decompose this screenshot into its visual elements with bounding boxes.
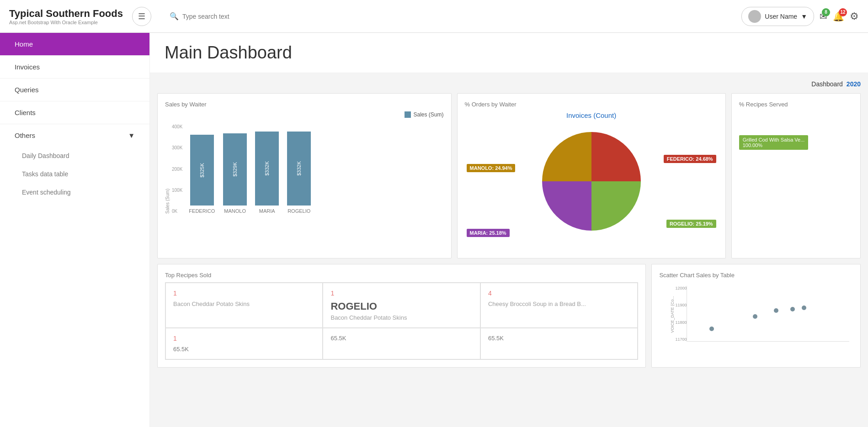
- sidebar: Home Invoices Queries Clients Others ▼ D…: [0, 33, 150, 427]
- recipe-cell-3: 4 Cheesy Broccoli Soup in a Bread B...: [480, 283, 638, 328]
- scatter-y-label-wrap: VOICE_DATE (Co...: [663, 287, 682, 342]
- main-header: Main Dashboard: [150, 33, 868, 73]
- brand-subtitle: Asp.net Bootstrap With Oracle Example: [9, 20, 123, 25]
- scatter-chart-card: Scatter Chart Sales by Table 12000 11900…: [651, 264, 861, 368]
- menu-button[interactable]: ☰: [132, 7, 151, 26]
- pie-chart-container: MANOLO: 24.94% FEDERICO: 24.68% MARIA: 2…: [465, 123, 718, 251]
- y-axis: 400K 300K 200K 100K 0K: [172, 122, 182, 214]
- top-recipes-grid: 1 Bacon Cheddar Potato Skins 1 ROGELIO B…: [165, 282, 638, 360]
- scatter-grid: [687, 286, 849, 342]
- pie-label-rogelio: ROGELIO: 25.19%: [666, 220, 716, 228]
- sidebar-item-invoices[interactable]: Invoices: [0, 56, 149, 79]
- gear-icon: ⚙: [850, 11, 859, 22]
- dashboard-content: Dashboard 2020 Sales by Waiter Sales (Su…: [150, 73, 868, 375]
- recipe-cell-1: 1 Bacon Cheddar Potato Skins: [165, 283, 323, 328]
- top-recipes-card: Top Recipes Sold 1 Bacon Cheddar Potato …: [157, 264, 646, 368]
- bar-maria: $332K MARIA: [255, 132, 279, 214]
- breadcrumb: Dashboard 2020: [157, 80, 861, 88]
- scatter-dot: [753, 314, 757, 319]
- pie-chart-title: Invoices (Count): [465, 111, 718, 119]
- recipes-served-title: % Recipes Served: [739, 101, 853, 108]
- user-menu-button[interactable]: User Name ▼: [741, 7, 814, 26]
- sales-legend: Sales (Sum): [405, 111, 444, 118]
- bars-group: $325K FEDERICO $329K MANOLO: [185, 122, 314, 214]
- app-header: Typical Southern Foods Asp.net Bootstrap…: [0, 0, 868, 33]
- recipe-cell-4: 1 65.5K: [165, 328, 323, 359]
- scatter-plot: 12000 11900 11800 11700 VOICE_DATE (Co..…: [659, 282, 853, 351]
- pie-label-manolo: MANOLO: 24.94%: [467, 164, 516, 172]
- orders-by-waiter-card: % Orders by Waiter Invoices (Count): [457, 93, 726, 258]
- scatter-dot: [802, 306, 806, 310]
- sales-by-waiter-card: Sales by Waiter Sales (Sum) Sales (Sum) …: [157, 93, 452, 258]
- layout: Home Invoices Queries Clients Others ▼ D…: [0, 33, 868, 427]
- search-icon: 🔍: [170, 12, 179, 21]
- scatter-dot: [709, 327, 714, 331]
- scatter-dot: [774, 308, 778, 313]
- search-area: 🔍: [160, 12, 741, 21]
- scatter-dot: [790, 307, 795, 311]
- mail-button[interactable]: ✉ 8: [820, 11, 827, 22]
- main-content: Main Dashboard Dashboard 2020 Sales by W…: [150, 33, 868, 427]
- notifications-button[interactable]: 🔔 12: [833, 11, 844, 22]
- breadcrumb-label: Dashboard: [811, 80, 843, 88]
- settings-button[interactable]: ⚙: [850, 11, 859, 22]
- header-right: User Name ▼ ✉ 8 🔔 12 ⚙: [741, 7, 859, 26]
- sidebar-item-others[interactable]: Others ▼: [0, 124, 149, 147]
- chevron-down-icon: ▼: [128, 132, 135, 139]
- sales-card-title: Sales by Waiter: [165, 101, 444, 108]
- top-recipes-title: Top Recipes Sold: [165, 272, 638, 279]
- bar-federico: $325K FEDERICO: [189, 135, 215, 214]
- sidebar-item-queries[interactable]: Queries: [0, 79, 149, 101]
- orders-card-title: % Orders by Waiter: [465, 101, 718, 108]
- user-name: User Name: [765, 13, 797, 20]
- top-cards-row: Sales by Waiter Sales (Sum) Sales (Sum) …: [157, 93, 861, 258]
- sidebar-item-clients[interactable]: Clients: [0, 101, 149, 124]
- scatter-y-label: VOICE_DATE (Co...: [670, 296, 675, 333]
- brand-title: Typical Southern Foods: [9, 8, 123, 20]
- breadcrumb-year: 2020: [847, 80, 861, 88]
- sidebar-sub-events[interactable]: Event scheduling: [0, 183, 149, 201]
- bottom-row: Top Recipes Sold 1 Bacon Cheddar Potato …: [157, 264, 861, 368]
- pie-label-maria: MARIA: 25.18%: [467, 229, 510, 237]
- sidebar-item-home[interactable]: Home: [0, 33, 149, 56]
- sidebar-sub-daily-dashboard[interactable]: Daily Dashboard: [0, 147, 149, 165]
- recipes-served-card: % Recipes Served Grilled Cod With Salsa …: [731, 93, 861, 258]
- scatter-title: Scatter Chart Sales by Table: [659, 272, 853, 279]
- y-axis-label: Sales (Sum): [165, 122, 170, 214]
- notif-badge: 12: [839, 8, 847, 16]
- bar-manolo: $329K MANOLO: [223, 133, 247, 214]
- sidebar-sub-tasks[interactable]: Tasks data table: [0, 165, 149, 183]
- page-title: Main Dashboard: [165, 43, 853, 63]
- recipe-cell-5: 65.5K: [323, 328, 480, 359]
- search-input[interactable]: [182, 13, 320, 20]
- mail-badge: 8: [822, 8, 830, 16]
- chevron-down-icon: ▼: [801, 13, 807, 20]
- bar-rogelio: $332K ROGELIO: [287, 132, 311, 214]
- avatar: [748, 10, 761, 23]
- pie-label-federico: FEDERICO: 24.68%: [664, 155, 716, 163]
- recipe-cell-6: 65.5K: [480, 328, 638, 359]
- recipe-cell-2: 1 ROGELIO Bacon Cheddar Potato Skins: [323, 283, 480, 328]
- brand: Typical Southern Foods Asp.net Bootstrap…: [9, 8, 123, 25]
- pie-svg: [537, 127, 646, 236]
- recipes-served-label: Grilled Cod With Salsa Ve... 100.00%: [739, 135, 809, 150]
